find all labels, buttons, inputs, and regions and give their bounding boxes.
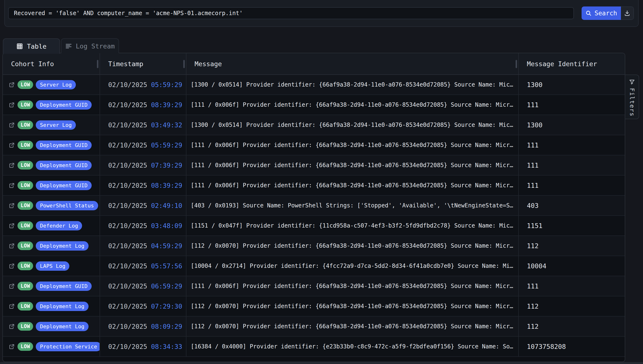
timestamp-date: 02/10/2025 bbox=[108, 242, 147, 250]
message-cell: [16384 / 0x4000] Provider identifier: {e… bbox=[186, 337, 519, 356]
timestamp-cell: 02/10/2025 06:59:29 bbox=[100, 276, 186, 296]
column-header-cohort-info[interactable]: Cohort Info bbox=[3, 53, 100, 74]
message-identifier: 112 bbox=[527, 302, 539, 310]
timestamp-time: 02:49:10 bbox=[151, 202, 182, 209]
search-query-text: Recovered = 'false' AND computer_name = … bbox=[14, 10, 243, 16]
severity-badge: LOW bbox=[18, 120, 33, 129]
message-identifier-cell: 111 bbox=[519, 176, 625, 195]
message-identifier: 112 bbox=[527, 323, 539, 330]
table-row: LOW Deployment GUID 02/10/2025 07:39:29 … bbox=[3, 156, 625, 176]
timestamp-time: 05:59:29 bbox=[151, 81, 182, 88]
table-row: LOW LAPS Log 02/10/2025 05:57:56 [10004 … bbox=[3, 256, 625, 276]
search-icon bbox=[585, 10, 592, 16]
cohort-cell: LOW Deployment Log bbox=[3, 316, 100, 336]
column-resize-handle[interactable] bbox=[183, 60, 185, 68]
external-link-icon[interactable] bbox=[9, 344, 15, 350]
cohort-cell: LOW PowerShell Status bbox=[3, 196, 100, 215]
table-row: LOW Deployment GUID 02/10/2025 05:59:29 … bbox=[3, 135, 625, 156]
search-button[interactable]: Search bbox=[581, 6, 621, 20]
external-link-icon[interactable] bbox=[9, 102, 15, 108]
log-stream-icon bbox=[65, 43, 72, 50]
message-identifier-cell: 111 bbox=[519, 156, 625, 175]
severity-badge: LOW bbox=[18, 322, 33, 331]
table-row: LOW PowerShell Status 02/10/2025 02:49:1… bbox=[3, 196, 625, 216]
external-link-icon[interactable] bbox=[9, 142, 15, 148]
external-link-icon[interactable] bbox=[9, 323, 15, 330]
horizontal-scrollbar[interactable] bbox=[0, 362, 643, 364]
external-link-icon[interactable] bbox=[9, 162, 15, 168]
timestamp-cell: 02/10/2025 08:39:29 bbox=[100, 95, 186, 114]
message-cell: [111 / 0x006f] Provider identifier: {66a… bbox=[186, 135, 519, 155]
column-resize-handle[interactable] bbox=[516, 60, 517, 68]
column-header-timestamp[interactable]: Timestamp bbox=[100, 53, 186, 74]
severity-badge: LOW bbox=[18, 262, 33, 270]
cohort-cell: LOW Protection Service bbox=[3, 337, 100, 356]
column-resize-handle[interactable] bbox=[97, 60, 98, 68]
timestamp-time: 03:49:32 bbox=[151, 121, 182, 129]
message-text: [111 / 0x006f] Provider identifier: {66a… bbox=[191, 283, 513, 290]
message-cell: [111 / 0x006f] Provider identifier: {66a… bbox=[186, 156, 519, 175]
timestamp-cell: 02/10/2025 05:57:56 bbox=[100, 256, 186, 276]
search-button-group: Search bbox=[581, 6, 634, 20]
message-identifier-cell: 112 bbox=[519, 296, 625, 316]
timestamp-cell: 02/10/2025 05:59:29 bbox=[100, 75, 186, 94]
timestamp-cell: 02/10/2025 03:48:09 bbox=[100, 216, 186, 236]
filters-tab[interactable]: Filters bbox=[625, 74, 639, 119]
search-query-input[interactable]: Recovered = 'false' AND computer_name = … bbox=[8, 7, 574, 19]
timestamp-time: 06:59:29 bbox=[151, 282, 182, 290]
table-row: LOW Deployment GUID 02/10/2025 08:39:29 … bbox=[3, 176, 625, 196]
message-identifier-cell: 10004 bbox=[519, 256, 625, 276]
column-header-message[interactable]: Message bbox=[186, 53, 519, 74]
message-identifier-cell: 403 bbox=[519, 196, 625, 215]
message-identifier-cell: 111 bbox=[519, 135, 625, 155]
cohort-cell: LOW Deployment GUID bbox=[3, 176, 100, 195]
message-identifier: 1073758208 bbox=[527, 343, 566, 350]
tag-badge: Deployment Log bbox=[36, 241, 88, 250]
cohort-cell: LOW Defender Log bbox=[3, 216, 100, 236]
message-identifier: 111 bbox=[527, 101, 539, 108]
column-header-message-identifier[interactable]: Message Identifier bbox=[519, 53, 625, 74]
table-row: LOW Deployment GUID 02/10/2025 08:39:29 … bbox=[3, 95, 625, 115]
severity-badge: LOW bbox=[18, 80, 33, 89]
download-button[interactable] bbox=[621, 6, 634, 20]
external-link-icon[interactable] bbox=[9, 303, 15, 309]
message-identifier-cell: 1151 bbox=[519, 216, 625, 236]
message-text: [111 / 0x006f] Provider identifier: {66a… bbox=[191, 142, 513, 148]
external-link-icon[interactable] bbox=[9, 82, 15, 88]
severity-badge: LOW bbox=[18, 282, 33, 290]
tag-badge: PowerShell Status bbox=[36, 201, 98, 210]
external-link-icon[interactable] bbox=[9, 222, 15, 229]
timestamp-date: 02/10/2025 bbox=[108, 182, 147, 189]
timestamp-date: 02/10/2025 bbox=[108, 162, 147, 169]
tag-badge: Protection Service bbox=[36, 342, 100, 351]
table-row: LOW Deployment Log 02/10/2025 07:29:30 [… bbox=[3, 296, 625, 316]
message-identifier: 1300 bbox=[527, 81, 542, 88]
external-link-icon[interactable] bbox=[9, 243, 15, 249]
timestamp-date: 02/10/2025 bbox=[108, 282, 147, 290]
message-cell: [112 / 0x0070] Provider identifier: {66a… bbox=[186, 236, 519, 256]
message-identifier: 1151 bbox=[527, 222, 542, 230]
timestamp-time: 03:48:09 bbox=[151, 222, 182, 230]
cohort-cell: LOW Deployment Log bbox=[3, 236, 100, 256]
message-text: [112 / 0x0070] Provider identifier: {66a… bbox=[191, 242, 513, 249]
message-identifier-cell: 112 bbox=[519, 236, 625, 256]
timestamp-cell: 02/10/2025 08:39:29 bbox=[100, 176, 186, 195]
tab-log-stream[interactable]: Log Stream bbox=[61, 38, 119, 53]
message-identifier: 111 bbox=[527, 162, 539, 169]
timestamp-time: 08:34:33 bbox=[151, 343, 182, 350]
external-link-icon[interactable] bbox=[9, 263, 15, 269]
external-link-icon[interactable] bbox=[9, 202, 15, 208]
external-link-icon[interactable] bbox=[9, 283, 15, 289]
tab-table[interactable]: Table bbox=[3, 38, 60, 54]
external-link-icon[interactable] bbox=[9, 182, 15, 188]
timestamp-date: 02/10/2025 bbox=[108, 121, 147, 129]
message-identifier: 111 bbox=[527, 142, 539, 149]
external-link-icon[interactable] bbox=[9, 122, 15, 128]
timestamp-date: 02/10/2025 bbox=[108, 302, 147, 310]
severity-badge: LOW bbox=[18, 181, 33, 190]
severity-badge: LOW bbox=[18, 201, 33, 210]
message-identifier: 403 bbox=[527, 202, 539, 209]
cohort-cell: LOW Deployment GUID bbox=[3, 156, 100, 175]
timestamp-date: 02/10/2025 bbox=[108, 81, 147, 88]
message-identifier: 111 bbox=[527, 182, 539, 189]
